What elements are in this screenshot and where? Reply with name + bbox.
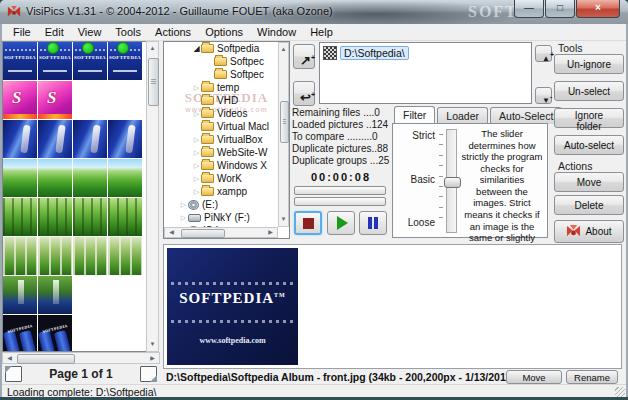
next-page-icon[interactable] xyxy=(140,366,157,382)
slider-handle[interactable] xyxy=(444,177,461,188)
thumbnails-vertical-scrollbar[interactable]: ▲ ▼ xyxy=(146,41,159,352)
button-ignore-folder[interactable]: Ignore folder xyxy=(554,108,624,128)
scrollbar-thumb[interactable] xyxy=(148,58,159,106)
scroll-down-icon[interactable]: ▼ xyxy=(278,214,289,225)
scrollbar-thumb[interactable] xyxy=(181,229,225,238)
tree-vertical-scrollbar[interactable]: ▲ ▼ xyxy=(278,42,289,227)
title-bar[interactable]: SOFTPEDIA VisiPics V1.31 - © 2004-2012 -… xyxy=(0,0,628,24)
tree-item-softpedia[interactable]: ◢Softpedia xyxy=(164,42,278,55)
tree-item-temp[interactable]: ▷temp xyxy=(164,81,278,94)
source-folder-list[interactable]: D:\Softpedia\ xyxy=(319,42,532,104)
thumbnail-landscape[interactable] xyxy=(3,159,37,197)
thumbnail-forest2[interactable] xyxy=(73,237,107,275)
tree-horizontal-scrollbar[interactable]: ◀ ▶ xyxy=(164,227,278,238)
thumbnail-softpedia-blue[interactable]: SOFTPEDIA xyxy=(3,42,37,80)
priority-down-button[interactable]: ▼- xyxy=(535,87,552,104)
tree-item-e[interactable]: ▷(E:) xyxy=(164,198,278,211)
scroll-left-icon[interactable]: ◀ xyxy=(166,227,177,238)
thumbnail-forest[interactable] xyxy=(73,198,107,236)
move-file-button[interactable]: Move xyxy=(506,370,562,384)
button-move[interactable]: Move xyxy=(554,172,624,192)
tree-item-virtual-macl[interactable]: Virtual Macl xyxy=(164,120,278,133)
tree-item-pinky-f[interactable]: ▷PiNkY (F:) xyxy=(164,211,278,224)
thumbnail-award-pink[interactable]: S xyxy=(38,81,72,119)
thumbnail-forest[interactable] xyxy=(3,198,37,236)
tree-item-work[interactable]: ▷WorK xyxy=(164,172,278,185)
menu-item-help[interactable]: Help xyxy=(303,25,340,39)
button-delete[interactable]: Delete xyxy=(554,195,624,215)
priority-up-button[interactable]: ▲+ xyxy=(535,45,552,62)
tree-item-softpec[interactable]: Softpec xyxy=(164,68,278,81)
button-un-select[interactable]: Un-select xyxy=(554,81,624,101)
about-button[interactable]: About xyxy=(554,220,624,243)
scroll-left-icon[interactable]: ◀ xyxy=(4,353,15,364)
thumbnail-waterfall[interactable] xyxy=(38,276,72,314)
scrollbar-thumb[interactable] xyxy=(17,354,75,364)
add-subfolder-button[interactable]: ↩+ xyxy=(293,81,315,106)
thumbnail-landscape[interactable] xyxy=(38,159,72,197)
scroll-up-icon[interactable]: ▲ xyxy=(278,44,289,55)
scroll-right-icon[interactable]: ▶ xyxy=(265,227,276,238)
tree-item-videos[interactable]: ▷Videos xyxy=(164,107,278,120)
thumbnail-award-pink[interactable]: S xyxy=(3,81,37,119)
expand-icon[interactable]: ▷ xyxy=(192,149,201,157)
thumbnail-vista-blue[interactable] xyxy=(73,120,107,158)
menu-item-tools[interactable]: Tools xyxy=(108,25,148,39)
add-folder-button[interactable]: ↗+ xyxy=(293,44,315,69)
thumbnail-forest[interactable] xyxy=(38,198,72,236)
menu-item-window[interactable]: Window xyxy=(250,25,303,39)
tree-item-vhd[interactable]: VHD xyxy=(164,94,278,107)
tree-item-windows-x[interactable]: ▷Windows X xyxy=(164,159,278,172)
scroll-up-icon[interactable]: ▲ xyxy=(147,43,158,54)
preview-image[interactable]: SOFTPEDIATM www.softpedia.com xyxy=(167,248,298,365)
expand-icon[interactable]: ▷ xyxy=(192,136,201,144)
thumbnail-landscape[interactable] xyxy=(73,159,107,197)
button-auto-select[interactable]: Auto-select xyxy=(554,135,624,155)
menu-item-actions[interactable]: Actions xyxy=(148,25,198,39)
thumbnail-vista-blue[interactable] xyxy=(3,120,37,158)
expand-icon[interactable]: ▷ xyxy=(192,175,201,183)
resize-grip[interactable] xyxy=(615,387,625,397)
expand-icon[interactable]: ▷ xyxy=(179,214,188,222)
thumbnail-forest2[interactable] xyxy=(108,237,142,275)
stop-button[interactable] xyxy=(294,211,322,235)
collapse-icon[interactable]: ◢ xyxy=(192,44,201,53)
thumbnail-forest2[interactable] xyxy=(3,237,37,275)
menu-item-file[interactable]: File xyxy=(6,25,38,39)
folder-list-entry[interactable]: D:\Softpedia\ xyxy=(323,46,531,60)
thumbnail-landscape[interactable] xyxy=(108,159,142,197)
button-un-ignore[interactable]: Un-ignore xyxy=(554,54,624,74)
expand-icon[interactable]: ▷ xyxy=(179,201,188,209)
tab-loader[interactable]: Loader xyxy=(437,107,488,124)
tree-item-website-w[interactable]: ▷WebSite-W xyxy=(164,146,278,159)
menu-item-options[interactable]: Options xyxy=(198,25,250,39)
previous-page-icon[interactable] xyxy=(5,366,22,382)
maximize-button[interactable]: □ xyxy=(545,0,575,18)
thumbnail-waterfall[interactable] xyxy=(3,276,37,314)
tab-auto-select[interactable]: Auto-Select xyxy=(490,107,562,124)
expand-icon[interactable]: ▷ xyxy=(192,110,201,118)
thumbnail-cans[interactable]: SOFTPEDIA xyxy=(3,315,37,352)
menu-item-view[interactable]: View xyxy=(71,25,109,39)
tree-item-virtualbox[interactable]: ▷VirtualBox xyxy=(164,133,278,146)
thumbnails-horizontal-scrollbar[interactable]: ◀ ▶ xyxy=(2,352,160,364)
thumbnail-softpedia-blue[interactable]: SOFTPEDIA xyxy=(73,42,107,80)
play-button[interactable] xyxy=(327,211,355,235)
scroll-down-icon[interactable]: ▼ xyxy=(147,339,158,350)
minimize-button[interactable]: — xyxy=(514,0,544,18)
close-button[interactable]: × xyxy=(576,0,620,18)
strictness-slider[interactable] xyxy=(446,129,457,233)
scroll-right-icon[interactable]: ▶ xyxy=(147,353,158,364)
expand-icon[interactable]: ▷ xyxy=(192,188,201,196)
thumbnail-softpedia-blue[interactable]: SOFTPEDIA xyxy=(38,42,72,80)
menu-item-edit[interactable]: Edit xyxy=(38,25,71,39)
thumbnail-forest[interactable] xyxy=(108,198,142,236)
tree-item-softpec[interactable]: Softpec xyxy=(164,55,278,68)
thumbnail-softpedia-blue[interactable]: SOFTPEDIA xyxy=(108,42,142,80)
rename-file-button[interactable]: Rename xyxy=(566,370,618,384)
expand-icon[interactable]: ▷ xyxy=(192,162,201,170)
expand-icon[interactable]: ▷ xyxy=(192,84,201,92)
tree-item-xampp[interactable]: ▷xampp xyxy=(164,185,278,198)
pause-button[interactable] xyxy=(359,211,387,235)
thumbnail-vista-blue[interactable] xyxy=(38,120,72,158)
